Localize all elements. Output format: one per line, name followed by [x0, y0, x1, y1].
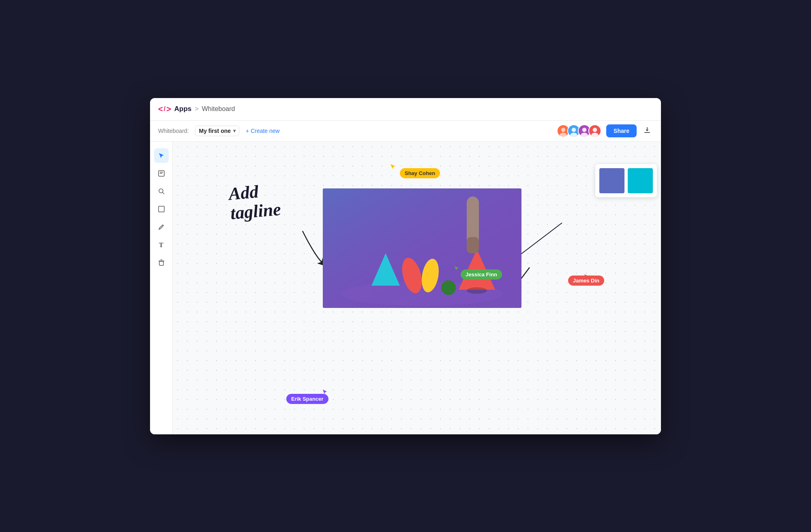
svg-point-16 — [159, 189, 163, 193]
toolbar-right: Share — [557, 124, 653, 138]
cursor-jessica — [454, 265, 460, 273]
search-tool-button[interactable] — [154, 184, 169, 199]
toolbar-left: Whiteboard: My first one ▾ + Create new — [158, 126, 280, 136]
color-swatches-panel — [595, 164, 657, 197]
create-new-button[interactable]: + Create new — [246, 128, 280, 134]
header-bar: < / > Apps > Whiteboard — [150, 98, 661, 121]
handwritten-annotation: Add tagline — [228, 180, 282, 223]
svg-rect-20 — [159, 261, 163, 265]
frame-tool-button[interactable] — [154, 202, 169, 216]
app-window: < / > Apps > Whiteboard Whiteboard: My f… — [150, 98, 661, 434]
whiteboard-selector[interactable]: My first one ▾ — [195, 126, 239, 136]
breadcrumb: Apps > Whiteboard — [174, 105, 235, 113]
svg-text:T: T — [159, 241, 163, 248]
svg-line-26 — [519, 223, 562, 255]
app-logo: < / > — [158, 105, 171, 114]
svg-rect-18 — [159, 206, 164, 212]
swatch-purple[interactable] — [599, 168, 624, 193]
user-label-james: James Din — [568, 276, 604, 286]
avatar — [588, 124, 601, 137]
toolbar: Whiteboard: My first one ▾ + Create new — [150, 121, 661, 142]
whiteboard-label: Whiteboard: — [158, 128, 189, 134]
swatch-cyan[interactable] — [628, 168, 653, 193]
breadcrumb-apps[interactable]: Apps — [174, 105, 192, 113]
share-button[interactable]: Share — [606, 124, 637, 137]
user-label-erik: Erik Spancer — [286, 394, 328, 404]
sidebar: T — [150, 142, 173, 434]
canvas-image — [323, 188, 521, 308]
svg-point-4 — [572, 128, 576, 132]
svg-point-37 — [467, 287, 487, 294]
note-tool-button[interactable] — [154, 166, 169, 181]
text-tool-button[interactable]: T — [154, 237, 169, 252]
svg-point-33 — [441, 280, 456, 295]
pen-tool-button[interactable] — [154, 220, 169, 234]
main-area: T — [150, 142, 661, 434]
svg-rect-36 — [467, 237, 479, 253]
svg-point-7 — [582, 128, 587, 132]
delete-tool-button[interactable] — [154, 255, 169, 270]
breadcrumb-separator: > — [195, 105, 198, 113]
select-tool-button[interactable] — [154, 148, 169, 163]
user-label-jessica: Jessica Finn — [461, 269, 502, 280]
avatar-group — [557, 124, 601, 137]
svg-point-1 — [561, 128, 566, 132]
download-button[interactable] — [642, 124, 653, 138]
canvas-area[interactable]: Add tagline — [173, 142, 661, 434]
user-label-shay: Shay Cohen — [400, 168, 440, 178]
svg-point-10 — [593, 128, 597, 132]
svg-line-17 — [163, 192, 164, 194]
cursor-shay — [390, 163, 397, 173]
svg-rect-12 — [644, 132, 650, 133]
breadcrumb-current: Whiteboard — [202, 105, 235, 113]
chevron-down-icon: ▾ — [233, 128, 236, 134]
